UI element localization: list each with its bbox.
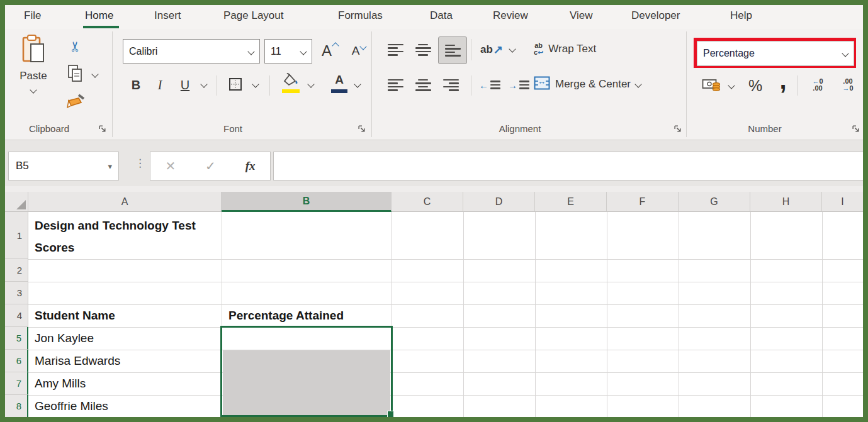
- selection-range-b5-b8[interactable]: [220, 326, 393, 417]
- column-header-a[interactable]: A: [28, 192, 222, 212]
- tab-page-layout[interactable]: Page Layout: [223, 9, 283, 22]
- percent-style-button[interactable]: %: [743, 73, 768, 98]
- row-header-2[interactable]: 2: [5, 259, 28, 282]
- format-painter-button[interactable]: [63, 92, 88, 113]
- cut-button[interactable]: ✂: [64, 36, 87, 57]
- top-align-button[interactable]: [384, 39, 407, 60]
- align-right-button[interactable]: [439, 74, 462, 96]
- merge-center-button[interactable]: ↔ Merge & Center: [534, 72, 685, 97]
- group-divider: [371, 31, 372, 137]
- tab-formulas[interactable]: Formulas: [338, 9, 383, 22]
- font-dialog-launcher-icon[interactable]: [358, 125, 366, 133]
- column-header-g[interactable]: G: [679, 192, 750, 212]
- align-left-button[interactable]: [384, 74, 407, 96]
- column-header-d[interactable]: D: [463, 192, 535, 212]
- gridline: [28, 259, 863, 260]
- row-label: 2: [17, 265, 22, 275]
- accounting-chevron-down-icon[interactable]: [728, 82, 735, 89]
- name-box-value: B5: [9, 160, 108, 172]
- row-header-5-selected[interactable]: 5: [5, 327, 28, 350]
- fill-color-chevron-down-icon[interactable]: [307, 81, 314, 87]
- increase-decimal-button[interactable]: ←0 .00: [804, 74, 831, 96]
- column-header-i[interactable]: I: [822, 192, 863, 212]
- formula-bar-grip-icon[interactable]: ⋮: [135, 157, 145, 170]
- underline-button[interactable]: U: [175, 73, 195, 97]
- column-header-h[interactable]: H: [750, 192, 822, 212]
- column-header-c[interactable]: C: [392, 192, 463, 212]
- cell-a6-text: Marisa Edwards: [35, 354, 120, 368]
- tab-data[interactable]: Data: [430, 9, 453, 22]
- row-header-6-selected[interactable]: 6: [5, 350, 28, 372]
- select-all-button[interactable]: [5, 192, 28, 212]
- row-header-3[interactable]: 3: [5, 282, 28, 304]
- cell-a4[interactable]: Student Name: [31, 304, 220, 327]
- accounting-format-button[interactable]: [699, 75, 724, 97]
- column-label: A: [121, 196, 128, 208]
- tab-review[interactable]: Review: [493, 9, 528, 22]
- comma-style-button[interactable]: ,: [773, 65, 793, 94]
- borders-chevron-down-icon[interactable]: [252, 81, 259, 87]
- tab-insert[interactable]: Insert: [154, 9, 181, 22]
- insert-function-icon[interactable]: fx: [245, 159, 256, 173]
- cell-a6[interactable]: Marisa Edwards: [31, 350, 220, 372]
- orientation-chevron-down-icon[interactable]: [509, 45, 516, 52]
- column-header-b-selected[interactable]: B: [222, 192, 392, 212]
- cell-b4[interactable]: Percentage Attained: [225, 304, 390, 327]
- italic-label: I: [158, 78, 162, 92]
- cell-a7[interactable]: Amy Mills: [31, 372, 220, 395]
- increase-font-size-button[interactable]: A: [317, 39, 342, 62]
- italic-button[interactable]: I: [151, 73, 169, 97]
- decrease-decimal-button[interactable]: .00 →0: [835, 74, 861, 96]
- increase-indent-button[interactable]: →: [506, 74, 531, 96]
- decrease-indent-button[interactable]: ←: [477, 74, 502, 96]
- align-center-button[interactable]: [412, 74, 434, 96]
- decrease-font-size-button[interactable]: A: [346, 39, 371, 62]
- row-header-7-selected[interactable]: 7: [5, 372, 28, 395]
- alignment-dialog-launcher-icon[interactable]: [674, 125, 682, 133]
- cell-a7-text: Amy Mills: [35, 377, 86, 391]
- column-header-e[interactable]: E: [535, 192, 607, 212]
- font-size-combobox[interactable]: 11: [264, 39, 312, 64]
- borders-button[interactable]: [225, 75, 245, 96]
- tab-home[interactable]: Home: [85, 9, 113, 22]
- column-header-f[interactable]: F: [607, 192, 679, 212]
- underline-chevron-down-icon[interactable]: [200, 81, 207, 87]
- cancel-icon[interactable]: ✕: [165, 158, 176, 174]
- tab-view[interactable]: View: [570, 9, 593, 22]
- number-dialog-launcher-icon[interactable]: [852, 125, 860, 133]
- tab-developer[interactable]: Developer: [631, 9, 680, 22]
- copy-chevron-down-icon[interactable]: [91, 70, 98, 77]
- cell-a8[interactable]: Geoffrie Miles: [31, 395, 220, 417]
- font-color-button[interactable]: A: [330, 73, 349, 97]
- gridline: [463, 212, 464, 417]
- middle-align-button[interactable]: [412, 39, 434, 60]
- borders-icon: [228, 77, 242, 94]
- fill-handle[interactable]: [387, 411, 394, 417]
- row-header-1[interactable]: 1: [5, 212, 28, 259]
- cell-a5[interactable]: Jon Kaylee: [31, 327, 220, 350]
- number-format-combobox[interactable]: Percentage: [697, 41, 854, 66]
- cell-a1[interactable]: Design and Technology Test Scores: [31, 214, 218, 258]
- orientation-icon: ab: [480, 43, 493, 56]
- comma-icon: ,: [779, 66, 786, 94]
- bottom-align-button-selected[interactable]: [438, 36, 467, 64]
- orientation-button[interactable]: ab ↗: [478, 39, 505, 60]
- row-header-8-selected[interactable]: 8: [5, 395, 28, 417]
- wrap-text-button[interactable]: ab c↩ Wrap Text: [534, 36, 641, 62]
- fill-color-button[interactable]: [281, 73, 302, 97]
- fill-color-swatch: [282, 89, 300, 93]
- formula-input[interactable]: [273, 152, 863, 180]
- tab-help[interactable]: Help: [730, 9, 752, 22]
- paste-button[interactable]: Paste: [13, 34, 54, 116]
- column-label: G: [710, 196, 718, 208]
- row-header-4[interactable]: 4: [5, 304, 28, 327]
- clipboard-dialog-launcher-icon[interactable]: [98, 125, 107, 133]
- enter-icon[interactable]: ✓: [205, 158, 216, 174]
- copy-button[interactable]: [64, 64, 87, 84]
- font-name-combobox[interactable]: Calibri: [123, 39, 260, 64]
- bold-button[interactable]: B: [126, 73, 146, 97]
- tab-file[interactable]: File: [24, 9, 41, 22]
- ribbon-tab-bar: File Home Insert Page Layout Formulas Da…: [5, 5, 863, 29]
- font-color-chevron-down-icon[interactable]: [354, 81, 361, 87]
- name-box[interactable]: B5 ▾: [8, 152, 119, 180]
